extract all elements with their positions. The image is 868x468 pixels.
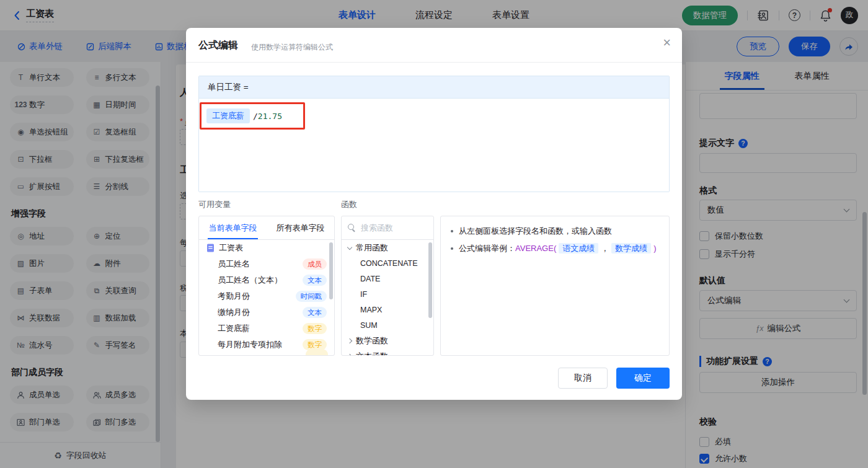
variables-panel: 当前表单字段 所有表单字段 工资表 员工姓名成员 员工姓名（文本）文本 考勤月份…: [198, 216, 335, 356]
variables-list: 工资表 员工姓名成员 员工姓名（文本）文本 考勤月份时间戳 缴纳月份文本 工资底…: [199, 240, 334, 353]
modal-footer: 取消 确定: [558, 368, 670, 389]
variable-row[interactable]: 员工姓名成员: [199, 256, 334, 272]
type-badge: 文本: [303, 275, 327, 286]
modal-divider: [186, 62, 682, 63]
modal-title: 公式编辑: [198, 39, 238, 52]
formula-editor: 单日工资 = 工资底薪 /21.75: [198, 76, 670, 192]
field-chip[interactable]: 工资底薪: [206, 108, 250, 123]
function-group-common[interactable]: 常用函数: [342, 240, 433, 255]
functions-scrollbar[interactable]: [428, 242, 432, 318]
type-badge: 成员: [303, 258, 327, 270]
function-item[interactable]: SUM: [342, 317, 433, 333]
variable-row[interactable]: 每月附加专项扣除数字: [199, 337, 334, 353]
help-line-1: 从左侧面板选择字段名和函数，或输入函数: [451, 225, 659, 237]
function-item[interactable]: MAPX: [342, 302, 433, 317]
number-literal: 21.75: [258, 112, 282, 121]
variable-row[interactable]: 工资底薪数字: [199, 320, 334, 337]
example-prefix: 公式编辑举例：: [459, 244, 515, 253]
function-item[interactable]: DATE: [342, 271, 433, 286]
cancel-button[interactable]: 取消: [558, 368, 608, 389]
function-group-text[interactable]: 文本函数: [342, 348, 433, 356]
variable-row[interactable]: 考勤月份时间戳: [199, 288, 334, 304]
formula-input-area[interactable]: 工资底薪 /21.75: [199, 99, 669, 192]
example-chip: 数学成绩: [611, 243, 651, 254]
variable-row[interactable]: 缴纳月份文本: [199, 304, 334, 320]
app-screen: 工资表 表单设计 流程设定 表单设置 数据管理 ? 政: [0, 0, 868, 468]
help-line-2: 公式编辑举例：AVERAGE(语文成绩，数学成绩): [451, 242, 659, 255]
function-group-math[interactable]: 数学函数: [342, 333, 433, 348]
chevron-down-icon: [347, 244, 352, 249]
formula-target-label: 单日工资 =: [199, 76, 669, 99]
close-icon[interactable]: ×: [663, 35, 671, 51]
help-panel: 从左侧面板选择字段名和函数，或输入函数 公式编辑举例：AVERAGE(语文成绩，…: [440, 216, 670, 356]
function-item[interactable]: IF: [342, 286, 433, 302]
confirm-button[interactable]: 确定: [616, 368, 670, 389]
type-badge: 文本: [303, 307, 327, 318]
partial-badge: [306, 349, 328, 356]
type-badge: 时间戳: [296, 291, 327, 302]
chevron-right-icon: [347, 338, 352, 343]
variable-row[interactable]: 员工姓名（文本）文本: [199, 272, 334, 288]
tab-all-form-fields[interactable]: 所有表单字段: [267, 216, 334, 239]
form-node[interactable]: 工资表: [199, 240, 334, 256]
formula-edit-modal: 公式编辑 使用数学运算符编辑公式 × 单日工资 = 工资底薪 /21.75 可用…: [186, 28, 682, 400]
variables-tabs: 当前表单字段 所有表单字段: [199, 216, 334, 240]
example-comma: ，: [601, 244, 609, 253]
function-search-input[interactable]: [361, 223, 427, 232]
functions-panel: 常用函数 CONCATENATE DATE IF MAPX SUM 数学函数 文…: [341, 216, 434, 356]
variables-label: 可用变量: [198, 199, 231, 210]
modal-subtitle: 使用数学运算符编辑公式: [251, 42, 333, 53]
functions-label: 函数: [341, 199, 357, 210]
search-icon: [348, 224, 356, 232]
bullet-icon: [451, 230, 453, 232]
example-function-open: AVERAGE(: [515, 244, 556, 253]
example-function-close: ): [653, 244, 656, 253]
type-badge: 数字: [303, 323, 327, 334]
function-item[interactable]: CONCATENATE: [342, 255, 433, 271]
chevron-right-icon: [347, 353, 352, 356]
function-search: [342, 216, 433, 240]
tab-current-form-fields[interactable]: 当前表单字段: [199, 216, 267, 239]
form-doc-icon: [206, 244, 215, 252]
variables-scrollbar[interactable]: [329, 242, 333, 299]
bullet-icon: [451, 247, 453, 250]
operator-text: /: [253, 112, 258, 121]
example-chip: 语文成绩: [559, 243, 598, 254]
